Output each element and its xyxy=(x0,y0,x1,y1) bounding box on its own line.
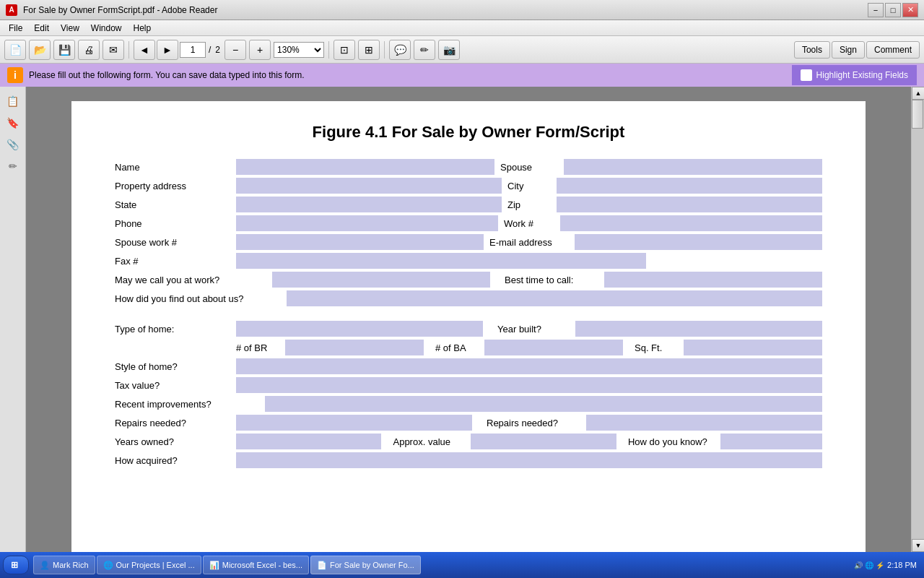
separator-2 xyxy=(328,41,329,59)
fit-page-button[interactable]: ⊡ xyxy=(334,40,355,60)
style-home-label: Style of home? xyxy=(115,361,230,372)
left-sidebar: 📋 🔖 📎 ✏ xyxy=(0,87,26,552)
menu-window[interactable]: Window xyxy=(85,22,128,35)
br-ba-row: # of BR # of BA Sq. Ft. xyxy=(115,340,822,355)
scroll-up-button[interactable]: ▲ xyxy=(912,87,924,100)
zoom-out-button[interactable]: − xyxy=(225,40,246,60)
tools-button[interactable]: Tools xyxy=(794,41,830,59)
sq-ft-field[interactable] xyxy=(684,340,822,355)
tax-value-field[interactable] xyxy=(236,377,822,393)
phone-field[interactable] xyxy=(236,215,498,231)
repairs2-label: Repairs needed? xyxy=(487,418,580,428)
toolbar: 📄 📂 💾 🖨 ✉ ◄ ► / 2 − + 50% 75% 100% 125% … xyxy=(0,36,924,64)
years-owned-field[interactable] xyxy=(236,434,381,449)
call-field[interactable] xyxy=(272,272,490,288)
start-windows-icon: ⊞ xyxy=(11,560,18,570)
minimize-button[interactable]: − xyxy=(868,3,884,17)
taskbar-item-mark-rich[interactable]: 👤 Mark Rich xyxy=(33,556,95,574)
sidebar-bookmarks-icon[interactable]: 🔖 xyxy=(4,114,22,131)
spouse-field[interactable] xyxy=(564,159,822,175)
improvements-field[interactable] xyxy=(265,396,822,412)
property-address-field[interactable] xyxy=(236,178,502,194)
how-know-field[interactable] xyxy=(720,434,822,449)
scroll-thumb[interactable] xyxy=(912,100,923,129)
sidebar-attachments-icon[interactable]: 📎 xyxy=(4,136,22,153)
zip-field[interactable] xyxy=(557,197,822,212)
menu-help[interactable]: Help xyxy=(128,22,157,35)
zoom-in-button[interactable]: + xyxy=(249,40,271,60)
excel-label: Microsoft Excel - bes... xyxy=(222,561,302,569)
num-ba-field[interactable] xyxy=(484,340,623,355)
scroll-track[interactable] xyxy=(912,100,924,539)
sidebar-pages-icon[interactable]: 📋 xyxy=(4,92,22,110)
menu-file[interactable]: File xyxy=(3,22,28,35)
page-number-input[interactable] xyxy=(180,42,206,58)
comment-button[interactable]: 💬 xyxy=(389,40,411,60)
fit-width-button[interactable]: ⊞ xyxy=(358,40,380,60)
city-field[interactable] xyxy=(557,178,822,194)
year-built-field[interactable] xyxy=(575,321,822,337)
style-home-field[interactable] xyxy=(236,358,822,374)
save-button[interactable]: 💾 xyxy=(53,40,75,60)
approx-value-field[interactable] xyxy=(471,434,616,449)
highlight-fields-button[interactable]: Highlight Existing Fields xyxy=(792,65,917,85)
system-icons: 🔊 🌐 ⚡ xyxy=(854,561,884,569)
close-button[interactable]: ✕ xyxy=(902,3,918,17)
maximize-button[interactable]: □ xyxy=(885,3,901,17)
repairs-field[interactable] xyxy=(236,415,472,431)
email-field[interactable] xyxy=(575,234,822,250)
print-button[interactable]: 🖨 xyxy=(78,40,100,60)
scroll-down-button[interactable]: ▼ xyxy=(912,539,924,552)
next-page-button[interactable]: ► xyxy=(157,40,178,60)
vertical-scrollbar[interactable]: ▲ ▼ xyxy=(911,87,924,552)
state-field[interactable] xyxy=(236,197,502,212)
separator-1 xyxy=(128,41,129,59)
separator-3 xyxy=(384,41,385,59)
spouse-work-field[interactable] xyxy=(236,234,484,250)
menu-view[interactable]: View xyxy=(55,22,85,35)
years-owned-label: Years owned? xyxy=(115,436,230,447)
spouse-work-label: Spouse work # xyxy=(115,237,230,248)
best-time-field[interactable] xyxy=(604,272,822,288)
form-title: Figure 4.1 For Sale by Owner Form/Script xyxy=(115,123,822,142)
start-button[interactable]: ⊞ xyxy=(3,556,29,574)
menu-edit[interactable]: Edit xyxy=(28,22,55,35)
taskbar: ⊞ 👤 Mark Rich 🌐 Our Projects | Excel ...… xyxy=(0,552,924,578)
how-know-label: How do you know? xyxy=(628,436,715,447)
fax-field[interactable] xyxy=(236,253,646,269)
mark-rich-icon: 👤 xyxy=(40,561,50,570)
open-button[interactable]: 📂 xyxy=(29,40,51,60)
email-button[interactable]: ✉ xyxy=(103,40,124,60)
clock: 2:18 PM xyxy=(887,561,917,569)
name-field[interactable] xyxy=(236,159,494,175)
info-bar: i Please fill out the following form. Yo… xyxy=(0,64,924,87)
taskbar-item-pdf[interactable]: 📄 For Sale by Owner Fo... xyxy=(310,556,421,574)
work-field[interactable] xyxy=(560,215,822,231)
sidebar-layers-icon[interactable]: ✏ xyxy=(4,158,22,175)
new-button[interactable]: 📄 xyxy=(4,40,26,60)
page-navigation: ◄ ► / 2 xyxy=(134,40,222,60)
how-acquired-label: How acquired? xyxy=(115,455,230,466)
prev-page-button[interactable]: ◄ xyxy=(134,40,155,60)
num-br-field[interactable] xyxy=(285,340,424,355)
markup-button[interactable]: ✏ xyxy=(414,40,435,60)
state-label: State xyxy=(115,199,230,210)
snapshot-button[interactable]: 📷 xyxy=(438,40,460,60)
repairs2-field[interactable] xyxy=(586,415,822,431)
taskbar-item-excel[interactable]: 📊 Microsoft Excel - bes... xyxy=(203,556,309,574)
find-out-field[interactable] xyxy=(287,290,822,306)
comment-toolbar-button[interactable]: Comment xyxy=(866,41,920,59)
sq-ft-label: Sq. Ft. xyxy=(635,342,678,353)
type-home-field[interactable] xyxy=(236,321,483,337)
sign-button[interactable]: Sign xyxy=(832,41,865,59)
how-acquired-field[interactable] xyxy=(236,452,822,468)
taskbar-item-excel-projects[interactable]: 🌐 Our Projects | Excel ... xyxy=(97,556,201,574)
phone-label: Phone xyxy=(115,218,230,229)
improvements-row: Recent improvements? xyxy=(115,396,822,412)
zip-label: Zip xyxy=(507,199,551,210)
zoom-select[interactable]: 50% 75% 100% 125% 130% 150% 200% xyxy=(274,42,324,58)
highlight-icon xyxy=(801,69,812,81)
mark-rich-label: Mark Rich xyxy=(53,561,89,569)
spouse-label: Spouse xyxy=(500,162,558,173)
pdf-viewer: Figure 4.1 For Sale by Owner Form/Script… xyxy=(26,87,911,552)
